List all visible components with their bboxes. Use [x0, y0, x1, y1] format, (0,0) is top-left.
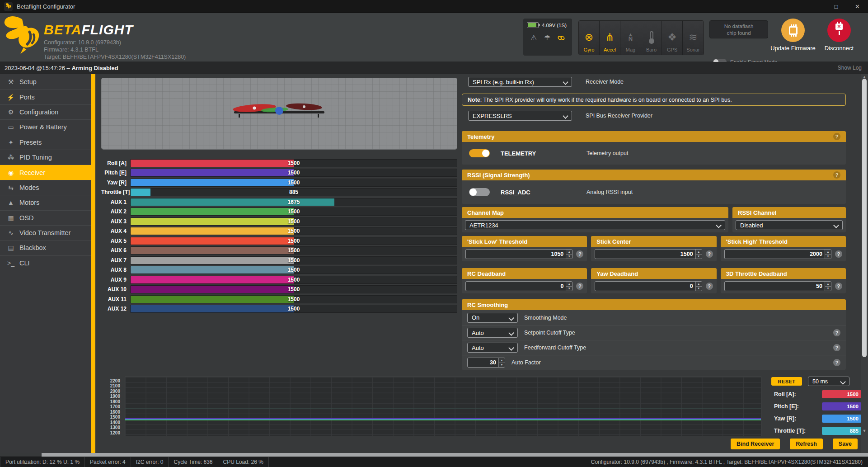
channel-label: AUX 7 — [101, 257, 130, 264]
legend-row-yaw-r: Yaw [R]:1500 — [771, 415, 862, 423]
reset-button[interactable]: RESET — [771, 377, 802, 386]
stick-center-label: Stick Center — [596, 238, 631, 245]
sidebar-item-cli[interactable]: >_CLI — [0, 255, 91, 270]
motor-icon: ▲ — [6, 199, 16, 206]
sidebar-item-osd[interactable]: ▦OSD — [0, 210, 91, 225]
channel-row-roll-a: Roll [A]1500 — [101, 158, 457, 168]
graph-y-axis: 2200210020001900180017001600150014001300… — [101, 377, 122, 436]
minimize-button[interactable]: – — [804, 0, 826, 13]
help-icon[interactable] — [833, 133, 840, 140]
rssi-adc-toggle[interactable] — [469, 188, 490, 196]
refresh-button[interactable]: Refresh — [790, 439, 823, 449]
channel-graph: 2200210020001900180017001600150014001300… — [101, 377, 761, 436]
spi-provider-select[interactable]: EXPRESSLRS — [468, 111, 572, 121]
show-log-link[interactable]: Show Log — [838, 65, 868, 71]
help-icon[interactable] — [833, 329, 840, 336]
sidebar-item-label: Receiver — [19, 169, 45, 176]
channel-row-aux-6: AUX 61500 — [101, 246, 457, 256]
maximize-button[interactable]: □ — [826, 0, 847, 13]
sidebar-item-blackbox[interactable]: ▤Blackbox — [0, 240, 91, 255]
help-icon[interactable] — [833, 359, 840, 366]
app-icon — [4, 2, 13, 11]
refresh-interval-select[interactable]: 50 ms — [808, 377, 849, 386]
rc-deadband-input[interactable]: 0▲▼ — [465, 281, 572, 291]
sidebar-item-modes[interactable]: ⇆Modes — [0, 180, 91, 195]
auto-factor-input[interactable]: 30▲▼ — [467, 358, 505, 368]
help-icon[interactable] — [576, 283, 583, 290]
sidebar-item-configuration[interactable]: ⚙Configuration — [0, 104, 91, 119]
scroll-down-arrow[interactable]: ▼ — [861, 429, 868, 433]
sidebar-item-pid-tuning[interactable]: ⁂PID Tuning — [0, 150, 91, 165]
channel-meter-fill — [131, 160, 294, 167]
rc-smoothing-title: RC Smoothing — [467, 302, 508, 308]
receiver-model-preview — [101, 78, 457, 150]
yaw-deadband-input[interactable]: 0▲▼ — [595, 281, 702, 291]
brand-block: BETAFLIGHT Configurator: 10.9.0 (697943b… — [44, 23, 186, 61]
help-icon[interactable] — [835, 250, 842, 258]
link-icon — [558, 36, 565, 40]
help-icon[interactable] — [706, 283, 713, 290]
graph-legend: RESET 50 ms Roll [A]:1500Pitch [E]:1500Y… — [771, 377, 862, 435]
bind-receiver-button[interactable]: Bind Receiver — [731, 439, 780, 449]
channel-meter-fill — [131, 189, 150, 196]
horizontal-scrollbar[interactable] — [42, 453, 868, 457]
channel-value: 1500 — [288, 257, 300, 264]
legend-value: 1500 — [847, 392, 859, 397]
sidebar-item-setup[interactable]: ⚒Setup — [0, 74, 91, 89]
feedforward-cutoff-select[interactable]: Auto — [467, 343, 518, 353]
channel-label: AUX 11 — [101, 296, 130, 302]
channel-value: 885 — [289, 189, 298, 195]
setpoint-cutoff-select[interactable]: Auto — [467, 328, 518, 338]
update-firmware-button[interactable] — [781, 19, 805, 42]
stepper-buttons[interactable]: ▲▼ — [566, 282, 572, 291]
smoothing-mode-select[interactable]: On — [467, 313, 518, 323]
sidebar-accent-strip — [91, 74, 95, 453]
sidebar-item-power-battery[interactable]: ▭Power & Battery — [0, 119, 91, 134]
channel-row-aux-11: AUX 111500 — [101, 294, 457, 304]
throttle-3d-deadband-input[interactable]: 50▲▼ — [724, 281, 831, 291]
stick-center-input[interactable]: 1500▲▼ — [595, 249, 702, 259]
stepper-buttons[interactable]: ▲▼ — [566, 250, 572, 259]
receiver-mode-select[interactable]: SPI Rx (e.g. built-in Rx) — [468, 77, 572, 87]
sidebar-item-ports[interactable]: ⚡Ports — [0, 89, 91, 104]
sidebar-item-receiver[interactable]: ◉Receiver — [0, 165, 91, 179]
sidebar-item-video-transmitter[interactable]: ∿Video Transmitter — [0, 225, 91, 240]
channel-label: AUX 3 — [101, 218, 130, 225]
close-button[interactable]: ✕ — [847, 0, 868, 13]
sensor-label: Accel — [604, 47, 616, 52]
gear-icon: ⚙ — [6, 108, 16, 116]
help-icon[interactable] — [833, 171, 840, 179]
channel-meter-fill — [131, 296, 294, 303]
osd-icon: ▦ — [6, 214, 16, 222]
sidebar-item-motors[interactable]: ▲Motors — [0, 195, 91, 210]
help-icon[interactable] — [706, 250, 713, 258]
stepper-buttons[interactable]: ▲▼ — [825, 250, 831, 259]
vertical-scrollbar[interactable]: ▲ ▼ — [861, 74, 868, 453]
chip-icon — [789, 26, 798, 35]
dataflash-line1: No dataflash — [710, 23, 768, 30]
help-icon[interactable] — [576, 250, 583, 258]
telemetry-section-title: Telemetry — [467, 133, 494, 140]
help-icon[interactable] — [835, 283, 842, 290]
stick-low-threshold-input[interactable]: 1050▲▼ — [465, 249, 572, 259]
disconnect-button[interactable]: ✕ — [827, 19, 851, 42]
help-icon[interactable] — [833, 344, 840, 351]
stepper-buttons[interactable]: ▲▼ — [695, 250, 702, 259]
legend-channel-label: Yaw [R]: — [771, 415, 822, 422]
vertical-scrollbar-thumb[interactable] — [862, 79, 867, 357]
sidebar-item-presets[interactable]: ✦Presets — [0, 135, 91, 150]
channel-map-select[interactable]: AETR1234 — [465, 220, 725, 230]
rssi-channel-select[interactable]: Disabled — [736, 220, 843, 230]
telemetry-toggle[interactable] — [469, 149, 490, 157]
channel-row-aux-5: AUX 51500 — [101, 236, 457, 246]
channel-row-aux-8: AUX 81500 — [101, 265, 457, 275]
save-button[interactable]: Save — [833, 439, 858, 449]
stepper-buttons[interactable]: ▲▼ — [825, 282, 831, 291]
rssi-channel-header: RSSI Channel — [732, 207, 846, 218]
stepper-buttons[interactable]: ▲▼ — [695, 282, 702, 291]
stick-high-threshold-input[interactable]: 2000▲▼ — [724, 249, 831, 259]
battery-voltage: 4.09V (1S) — [542, 23, 567, 28]
stepper-buttons[interactable]: ▲▼ — [498, 358, 505, 367]
telemetry-section-header: Telemetry — [462, 131, 846, 142]
rc-deadband-value: 0 — [466, 282, 566, 291]
